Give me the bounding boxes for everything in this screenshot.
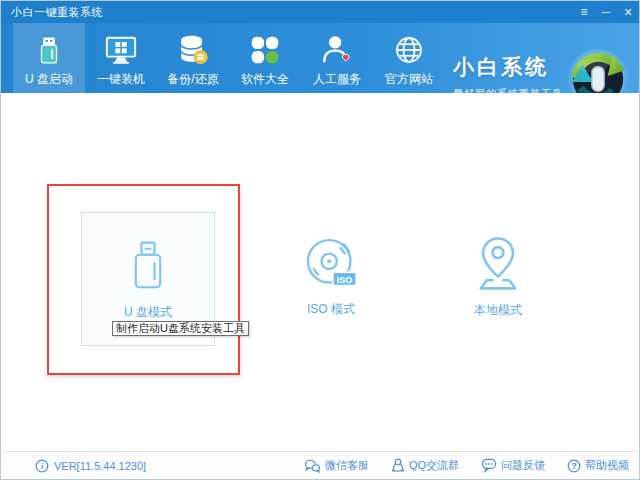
window-title: 小白一键重装系统 xyxy=(1,5,103,20)
tab-human-service[interactable]: 人工服务 xyxy=(301,23,373,93)
mode-iso[interactable]: ISO ISO 模式 xyxy=(264,236,398,318)
usb-drive-icon xyxy=(34,32,64,68)
mode-local[interactable]: 本地模式 xyxy=(431,233,565,319)
database-backup-icon xyxy=(176,32,210,68)
qq-group-link[interactable]: QQ交流群 xyxy=(391,458,459,473)
qq-icon xyxy=(391,458,405,473)
status-link-label: 微信客服 xyxy=(325,458,369,473)
brand-name: 小白系统 xyxy=(453,53,563,81)
mode-label: 本地模式 xyxy=(474,302,522,319)
main-area: U 盘模式 制作启动U盘系统安装工具 ISO ISO 模式 xyxy=(1,93,639,453)
wechat-support-link[interactable]: 微信客服 xyxy=(304,458,369,473)
svg-text:i: i xyxy=(41,461,44,470)
tab-one-click-install[interactable]: 一键装机 xyxy=(85,23,157,93)
svg-text:?: ? xyxy=(571,460,576,470)
help-circle-icon: ? xyxy=(567,459,581,473)
toolbar: U 盘启动 一键装机 xyxy=(1,23,639,93)
tab-label: 软件大全 xyxy=(241,71,289,88)
tab-label: 人工服务 xyxy=(313,71,361,88)
tab-backup-restore[interactable]: 备份/还原 xyxy=(157,23,229,93)
tab-usb-boot[interactable]: U 盘启动 xyxy=(13,23,85,93)
monitor-windows-icon xyxy=(104,32,138,68)
tab-label: 一键装机 xyxy=(97,71,145,88)
help-video-link[interactable]: ? 帮助视频 xyxy=(567,458,629,473)
menu-icon[interactable]: ≡ xyxy=(573,1,595,23)
titlebar: 小白一键重装系统 ≡ ─ ✕ xyxy=(1,1,639,23)
version-block: i VER[11.5.44.1230] xyxy=(35,459,146,473)
wechat-icon xyxy=(304,459,321,473)
status-link-label: QQ交流群 xyxy=(409,458,459,473)
app-window: 小白一键重装系统 ≡ ─ ✕ U 盘启动 xyxy=(0,0,640,480)
feedback-bubble-icon xyxy=(481,458,497,473)
tab-label: U 盘启动 xyxy=(25,71,73,88)
mode-label: U 盘模式 xyxy=(124,304,172,321)
usb-mode-icon xyxy=(122,239,174,295)
tab-label: 官方网站 xyxy=(385,71,433,88)
info-icon: i xyxy=(35,459,49,473)
window-controls: ≡ ─ ✕ xyxy=(573,1,639,23)
status-links: 微信客服 QQ交流群 问题反馈 xyxy=(282,458,629,473)
mode-label: ISO 模式 xyxy=(307,301,355,318)
feedback-link[interactable]: 问题反馈 xyxy=(481,458,545,473)
status-link-label: 帮助视频 xyxy=(585,458,629,473)
apps-grid-icon xyxy=(249,32,281,68)
close-icon[interactable]: ✕ xyxy=(617,1,639,23)
tab-software-center[interactable]: 软件大全 xyxy=(229,23,301,93)
globe-icon xyxy=(393,32,425,68)
iso-mode-icon: ISO xyxy=(302,236,360,292)
usb-mode-tooltip: 制作启动U盘系统安装工具 xyxy=(112,321,249,336)
status-link-label: 问题反馈 xyxy=(501,458,545,473)
version-label: VER[11.5.44.1230] xyxy=(54,460,146,472)
svg-text:ISO: ISO xyxy=(337,275,353,285)
minimize-icon[interactable]: ─ xyxy=(595,1,617,23)
tab-label: 备份/还原 xyxy=(167,71,218,88)
local-mode-icon xyxy=(469,233,527,293)
support-person-icon xyxy=(320,32,354,68)
tab-official-website[interactable]: 官方网站 xyxy=(373,23,445,93)
statusbar: i VER[11.5.44.1230] 微信客服 xyxy=(1,451,639,479)
